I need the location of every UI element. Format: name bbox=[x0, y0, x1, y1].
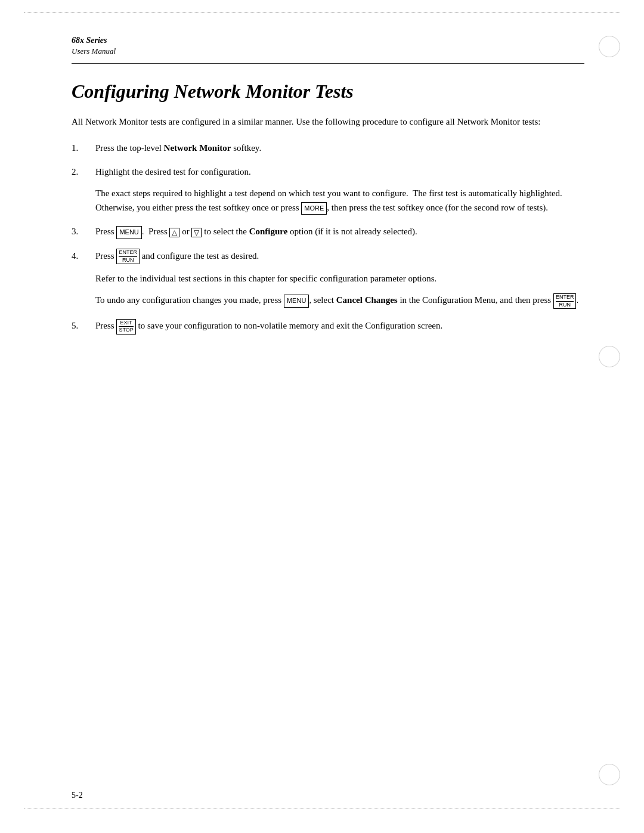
steps-list: 1. Press the top-level Network Monitor s… bbox=[72, 141, 584, 335]
step-2-number: 2. bbox=[72, 165, 95, 215]
step-3-content: Press MENU. Press △ or ▽ to select the C… bbox=[95, 224, 584, 239]
dotted-top-border bbox=[24, 12, 620, 13]
step-3: 3. Press MENU. Press △ or ▽ to select th… bbox=[72, 224, 584, 239]
step-1-number: 1. bbox=[72, 141, 95, 155]
header-manual: Users Manual bbox=[72, 47, 584, 56]
step-3-bold: Configure bbox=[249, 227, 288, 236]
step-4-subpara2: To undo any configuration changes you ma… bbox=[95, 293, 584, 309]
step-5: 5. Press EXIT STOP to save your configur… bbox=[72, 318, 584, 335]
step-5-content: Press EXIT STOP to save your configurati… bbox=[95, 318, 584, 335]
step-4-cancel-bold: Cancel Changes bbox=[336, 295, 398, 305]
header-divider bbox=[72, 63, 584, 64]
step-2: 2. Highlight the desired test for config… bbox=[72, 165, 584, 215]
step-1-bold: Network Monitor bbox=[164, 143, 231, 153]
page-title: Configuring Network Monitor Tests bbox=[72, 80, 584, 103]
step-2-subpara: The exact steps required to highlight a … bbox=[95, 186, 584, 215]
dotted-bottom-border bbox=[24, 809, 620, 809]
step-4-content: Press ENTER RUN and configure the test a… bbox=[95, 249, 584, 309]
step-1-content: Press the top-level Network Monitor soft… bbox=[95, 141, 584, 155]
corner-circle-middle-right bbox=[599, 346, 620, 367]
step-1: 1. Press the top-level Network Monitor s… bbox=[72, 141, 584, 155]
header-series: 68x Series bbox=[72, 36, 584, 45]
key-arrow-down: ▽ bbox=[191, 228, 202, 237]
key-enter-run-step4: ENTER RUN bbox=[116, 249, 140, 264]
key-arrow-up: △ bbox=[169, 228, 179, 237]
step-5-number: 5. bbox=[72, 318, 95, 335]
corner-circle-top-right bbox=[599, 36, 620, 57]
step-4-number: 4. bbox=[72, 249, 95, 309]
key-more: MORE bbox=[301, 202, 327, 215]
page: 68x Series Users Manual Configuring Netw… bbox=[0, 0, 644, 833]
step-4: 4. Press ENTER RUN and configure the tes… bbox=[72, 249, 584, 309]
key-menu-step3: MENU bbox=[116, 226, 141, 239]
page-number: 5-2 bbox=[72, 791, 83, 800]
key-menu-step4-undo: MENU bbox=[284, 295, 309, 308]
corner-circle-bottom-right bbox=[599, 764, 620, 785]
intro-text: All Network Monitor tests are configured… bbox=[72, 114, 584, 129]
key-enter-run-step4-undo: ENTER RUN bbox=[553, 293, 577, 309]
key-exit-stop: EXIT STOP bbox=[116, 319, 135, 335]
step-3-number: 3. bbox=[72, 224, 95, 239]
step-4-subpara1: Refer to the individual test sections in… bbox=[95, 271, 584, 286]
step-2-content: Highlight the desired test for configura… bbox=[95, 165, 584, 215]
